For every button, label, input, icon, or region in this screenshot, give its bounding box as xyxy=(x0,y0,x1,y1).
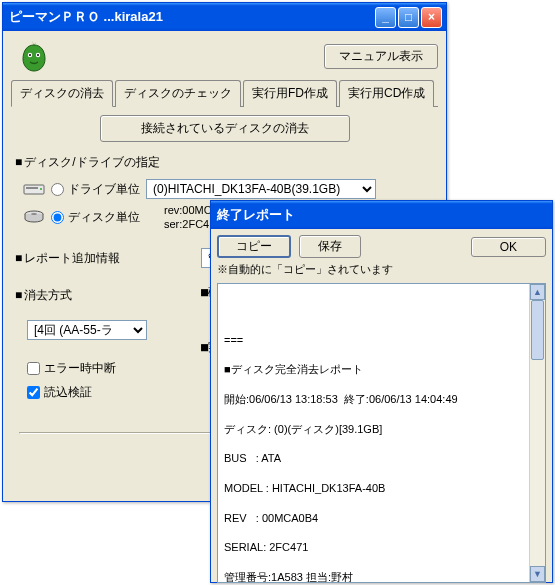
erase-connected-button[interactable]: 接続されているディスクの消去 xyxy=(100,115,350,142)
check-read-verify[interactable]: 読込検証 xyxy=(27,384,92,401)
drive-icon xyxy=(23,181,45,197)
radio-drive-input[interactable] xyxy=(51,183,64,196)
section-report-add: レポート追加情報 xyxy=(15,250,201,267)
ok-button[interactable]: OK xyxy=(471,237,546,257)
scroll-up-icon[interactable]: ▲ xyxy=(530,284,545,300)
disk-icon xyxy=(23,209,45,225)
report-titlebar[interactable]: 終了レポート xyxy=(211,201,552,229)
section-disk-spec: ディスク/ドライブの指定 xyxy=(15,154,438,171)
tab-cd[interactable]: 実行用CD作成 xyxy=(339,80,434,107)
svg-point-8 xyxy=(31,213,37,215)
check-verify-input[interactable] xyxy=(27,386,40,399)
main-titlebar[interactable]: ピーマンＰＲＯ ...kirala21 _ □ × xyxy=(3,3,446,31)
report-body: コピー 保存 OK ※自動的に「コピー」されています === ■ディスク完全消去… xyxy=(211,229,552,585)
radio-disk-input[interactable] xyxy=(51,211,64,224)
drive-select[interactable]: (0)HITACHI_DK13FA-40B(39.1GB) xyxy=(146,179,376,199)
close-button[interactable]: × xyxy=(421,7,442,28)
report-content: === ■ディスク完全消去レポート 開始:06/06/13 13:18:53 終… xyxy=(224,318,539,583)
report-window: 終了レポート コピー 保存 OK ※自動的に「コピー」されています === ■デ… xyxy=(210,200,553,583)
minimize-button[interactable]: _ xyxy=(375,7,396,28)
svg-point-3 xyxy=(37,54,39,56)
radio-drive-unit[interactable]: ドライブ単位 xyxy=(51,181,140,198)
scroll-down-icon[interactable]: ▼ xyxy=(530,566,545,582)
rev-info: rev:00MC ser:2FC4 xyxy=(164,203,212,232)
report-title: 終了レポート xyxy=(217,206,548,224)
section-erase-method: 消去方式 xyxy=(15,287,201,304)
maximize-button[interactable]: □ xyxy=(398,7,419,28)
tab-bar: ディスクの消去 ディスクのチェック 実行用FD作成 実行用CD作成 xyxy=(11,79,438,107)
radio-disk-unit[interactable]: ディスク単位 xyxy=(51,209,140,226)
svg-point-1 xyxy=(29,54,31,56)
copy-button[interactable]: コピー xyxy=(217,235,291,258)
report-scrollbar[interactable]: ▲ ▼ xyxy=(529,284,545,582)
main-title: ピーマンＰＲＯ ...kirala21 xyxy=(9,8,375,26)
method-select[interactable]: [4回 (AA-55-ラ xyxy=(27,320,147,340)
manual-button[interactable]: マニュアル表示 xyxy=(324,44,438,69)
tab-fd[interactable]: 実行用FD作成 xyxy=(243,80,337,107)
window-controls: _ □ × xyxy=(375,7,442,28)
svg-rect-5 xyxy=(26,187,38,189)
tab-check[interactable]: ディスクのチェック xyxy=(115,80,241,107)
svg-point-6 xyxy=(40,188,42,190)
save-button[interactable]: 保存 xyxy=(299,235,361,258)
tab-erase[interactable]: ディスクの消去 xyxy=(11,80,113,107)
check-abort-input[interactable] xyxy=(27,362,40,375)
auto-copy-note: ※自動的に「コピー」されています xyxy=(217,262,546,277)
report-textarea[interactable]: === ■ディスク完全消去レポート 開始:06/06/13 13:18:53 終… xyxy=(217,283,546,583)
check-abort-on-error[interactable]: エラー時中断 xyxy=(27,360,116,377)
scroll-thumb[interactable] xyxy=(531,300,544,360)
app-logo-icon xyxy=(17,39,51,73)
